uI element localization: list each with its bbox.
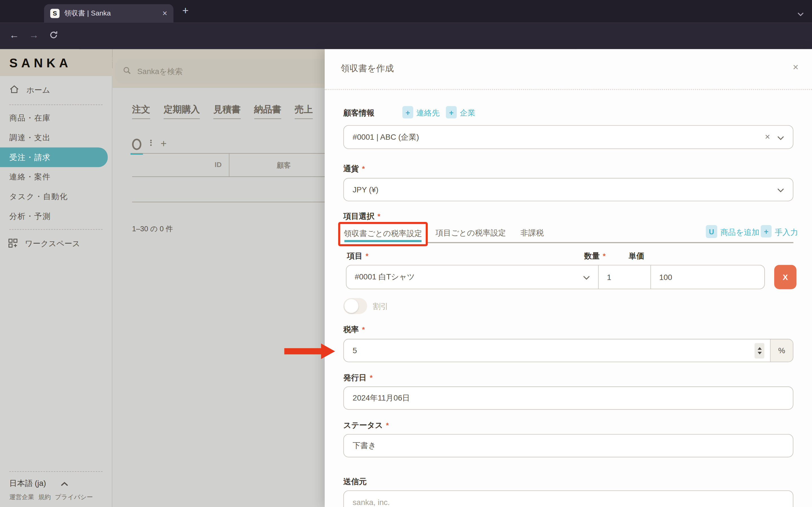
modal-title: 領収書を作成 (341, 62, 394, 74)
workspace-grid-icon (8, 238, 17, 249)
sidebar-divider (9, 229, 103, 230)
circle-view-icon (132, 138, 141, 150)
application-window: S 領収書 | Sanka × + ← → app.sanka.io/ja/mo… (0, 0, 812, 507)
browser-toolbar: ← → app.sanka.io/ja/modules/orders/recei… (0, 23, 812, 49)
sidebar-item-label: ホーム (27, 85, 50, 95)
view-switcher: + (132, 138, 166, 155)
unit-price-column-label: 単価 (629, 251, 644, 262)
add-contact-link[interactable]: 連絡先 (416, 108, 440, 118)
tax-rate-label: 税率* (343, 325, 365, 335)
sidebar-item-procurement-spend[interactable]: 調達・支出 (0, 128, 112, 148)
view-options-icon[interactable] (150, 138, 152, 147)
tab-delivery-notes[interactable]: 納品書 (254, 103, 281, 119)
status-value: 下書き (353, 441, 376, 451)
item-select-label: 項目選択* (343, 212, 380, 221)
sender-value: sanka, inc. (353, 498, 390, 506)
forward-button[interactable]: → (29, 30, 39, 41)
tab-close-icon[interactable]: × (162, 9, 167, 17)
add-company-link[interactable]: 企業 (460, 108, 475, 118)
quantity-column-label: 数量* (584, 251, 606, 262)
customer-select-value: #0001 | ABC (企業) (353, 132, 419, 142)
chevron-down-icon[interactable] (777, 185, 784, 194)
discount-label: 割引 (373, 302, 388, 312)
issue-date-value: 2024年11月06日 (353, 393, 410, 403)
modal-header: 領収書を作成 × (325, 49, 812, 90)
create-receipt-modal: 領収書を作成 × 顧客情報 + 連絡先 + 企業 #0001 | ABC (企業… (325, 49, 812, 507)
sidebar-item-workspace[interactable]: ワークスペース (0, 233, 112, 255)
clear-selection-icon[interactable]: × (765, 132, 770, 142)
tab-orders[interactable]: 注文 (132, 103, 150, 119)
language-selector[interactable]: 日本語 (ja) (9, 478, 103, 489)
back-button[interactable]: ← (9, 30, 19, 41)
tab-receipt-tax-rate[interactable]: 領収書ごとの税率設定 (340, 229, 426, 238)
sidebar-item-contacts-deals[interactable]: 連絡・案件 (0, 167, 112, 187)
tab-search-chevron-icon[interactable] (798, 9, 804, 18)
issue-date-input[interactable]: 2024年11月06日 (343, 386, 794, 410)
product-select[interactable]: #0001 白Tシャツ (347, 265, 599, 289)
manual-entry-link[interactable]: 手入力 (775, 228, 798, 237)
chevron-down-icon[interactable] (777, 133, 784, 142)
product-bag-icon[interactable]: U (706, 225, 717, 238)
remove-line-item-button[interactable]: X (774, 265, 797, 289)
tax-rate-field: 5 % (343, 339, 794, 362)
issue-date-label: 発行日* (343, 373, 373, 383)
percent-suffix: % (770, 339, 793, 362)
add-view-button[interactable]: + (160, 138, 166, 148)
browser-tab[interactable]: S 領収書 | Sanka × (44, 4, 173, 23)
chevron-up-icon (61, 479, 68, 488)
column-header-id[interactable]: ID (132, 154, 229, 177)
add-contact-icon[interactable]: + (402, 106, 413, 119)
line-item-row: #0001 白Tシャツ 1 100 (346, 265, 765, 289)
pagination-status: 1–30 の 0 件 (132, 224, 173, 234)
customer-select[interactable]: #0001 | ABC (企業) × (343, 125, 794, 149)
sidebar-footer: 日本語 (ja) 運営企業 規約 プライバシー (9, 471, 103, 502)
sidebar-header: SANKA (0, 49, 112, 76)
home-icon (9, 85, 19, 95)
tab-quotes[interactable]: 見積書 (213, 103, 241, 119)
annotation-arrow (284, 348, 322, 354)
modal-close-icon[interactable]: × (793, 62, 799, 73)
customer-info-label: 顧客情報 (343, 108, 374, 118)
chevron-down-icon[interactable] (583, 273, 590, 281)
sidebar-item-label: ワークスペース (25, 239, 80, 249)
browser-tab-strip: S 領収書 | Sanka × + (0, 0, 812, 23)
view-tab-active[interactable] (132, 138, 141, 155)
currency-label: 通貨* (343, 164, 365, 174)
tab-tax-exempt[interactable]: 非課税 (520, 228, 544, 238)
site-favicon: S (50, 9, 59, 18)
currency-select-value: JPY (¥) (353, 185, 378, 194)
sidebar-item-products-inventory[interactable]: 商品・在庫 (0, 108, 112, 128)
add-company-icon[interactable]: + (446, 106, 457, 119)
sidebar-item-analytics-forecast[interactable]: 分析・予測 (0, 207, 112, 226)
tab-subscriptions[interactable]: 定期購入 (163, 103, 200, 119)
reload-button[interactable] (49, 31, 58, 42)
quantity-input[interactable]: 1 (599, 265, 651, 289)
sanka-logo[interactable]: SANKA (9, 56, 71, 70)
currency-select[interactable]: JPY (¥) (343, 178, 794, 202)
sidebar: ホーム 商品・在庫 調達・支出 受注・請求 連絡・案件 タスク・自動化 分析・予… (0, 76, 112, 507)
tab-item-tax-rate[interactable]: 項目ごとの税率設定 (436, 228, 506, 238)
unit-price-input[interactable]: 100 (651, 265, 764, 289)
sidebar-item-tasks-automation[interactable]: タスク・自動化 (0, 187, 112, 207)
sender-input[interactable]: sanka, inc. (343, 490, 794, 507)
footer-link-terms[interactable]: 規約 (38, 493, 51, 502)
column-header-customer[interactable]: 顧客 (230, 154, 338, 177)
number-stepper[interactable] (755, 343, 764, 358)
discount-toggle[interactable] (343, 298, 367, 314)
orders-section-tabs: 注文 定期購入 見積書 納品書 売上 (132, 103, 313, 119)
search-placeholder: Sankaを検索 (137, 66, 183, 76)
sidebar-item-orders-invoices[interactable]: 受注・請求 (0, 147, 108, 167)
item-column-label: 項目* (347, 251, 368, 262)
sidebar-item-home[interactable]: ホーム (0, 76, 112, 101)
tab-title: 領収書 | Sanka (64, 9, 111, 18)
footer-link-company[interactable]: 運営企業 (9, 493, 34, 502)
new-tab-button[interactable]: + (183, 4, 189, 17)
footer-link-privacy[interactable]: プライバシー (55, 493, 93, 502)
tab-sales[interactable]: 売上 (295, 103, 313, 119)
add-product-link[interactable]: 商品を追加 (720, 228, 759, 237)
sender-label: 送信元 (343, 477, 367, 487)
search-icon (123, 66, 132, 76)
status-select[interactable]: 下書き (343, 434, 794, 457)
tax-rate-input[interactable]: 5 (344, 346, 755, 355)
manual-entry-icon[interactable]: + (761, 225, 772, 237)
